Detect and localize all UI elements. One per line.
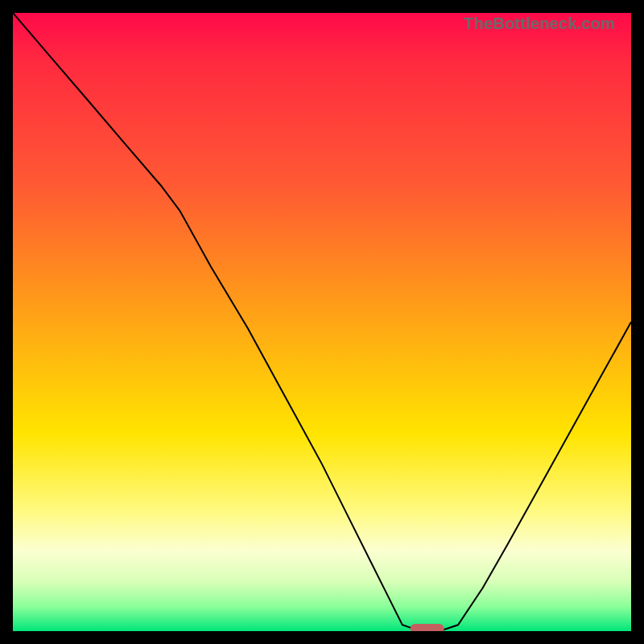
chart-frame: TheBottleneck.com <box>0 0 644 644</box>
optimum-marker <box>411 624 444 631</box>
curve-line <box>13 13 631 631</box>
bottleneck-curve <box>13 13 631 631</box>
chart-gradient-plot: TheBottleneck.com <box>13 13 631 631</box>
